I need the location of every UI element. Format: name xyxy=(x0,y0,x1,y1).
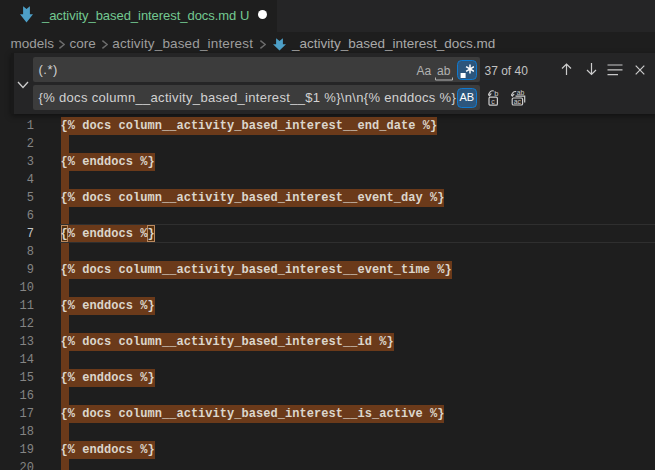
svg-text:ac: ac xyxy=(514,98,522,105)
svg-text:c: c xyxy=(491,97,495,104)
svg-text:ab: ab xyxy=(517,90,525,96)
